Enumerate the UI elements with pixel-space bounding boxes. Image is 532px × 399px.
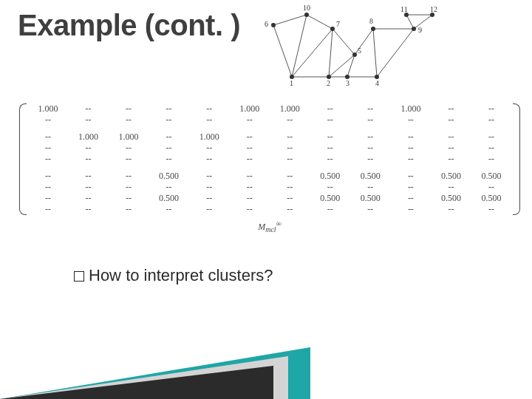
matrix-cell: 0.500 (431, 171, 471, 182)
matrix-cell: -- (28, 143, 69, 154)
matrix-cell: 1.000 (189, 132, 230, 143)
matrix-cell: -- (310, 204, 351, 215)
matrix-cell: -- (28, 171, 69, 182)
matrix-cell: -- (431, 154, 471, 165)
matrix-cell: 0.500 (310, 193, 351, 204)
matrix-cell: -- (149, 204, 189, 215)
matrix-cell: -- (28, 154, 69, 165)
matrix-cell: -- (270, 143, 310, 154)
matrix-cell: -- (109, 182, 149, 193)
matrix-cell: -- (149, 115, 189, 126)
square-bullet-icon (74, 271, 84, 282)
matrix-cell: -- (391, 132, 432, 143)
matrix-cell: -- (189, 182, 230, 193)
svg-point-19 (271, 23, 276, 27)
matrix-cell: -- (350, 204, 391, 215)
node-label: 11 (400, 5, 408, 13)
matrix-cell: -- (471, 154, 512, 165)
matrix-cell: -- (310, 154, 351, 165)
matrix-cell: -- (229, 115, 270, 126)
matrix-cell: -- (68, 204, 109, 215)
matrix-cell: -- (229, 154, 270, 165)
matrix-cell: -- (109, 204, 149, 215)
matrix-cell: 1.000 (270, 103, 310, 115)
svg-point-28 (412, 27, 416, 31)
matrix-gap (28, 165, 512, 171)
svg-line-16 (406, 15, 414, 29)
matrix-cell: -- (471, 132, 512, 143)
svg-point-20 (304, 13, 309, 17)
matrix-cell: -- (270, 193, 310, 204)
matrix-cell: -- (68, 182, 109, 193)
graph-figure: 6 10 7 1 2 3 4 5 8 9 11 12 (259, 3, 451, 92)
svg-point-26 (352, 52, 357, 57)
matrix-cell: -- (189, 115, 230, 126)
matrix-cell: 0.500 (149, 193, 189, 204)
matrix-cell: 0.500 (350, 193, 391, 204)
matrix-block: 1.000--------1.0001.000----1.000--------… (19, 103, 520, 233)
matrix-cell: -- (391, 154, 432, 165)
matrix-cell: -- (431, 204, 471, 215)
svg-line-13 (373, 29, 377, 77)
svg-line-15 (377, 29, 414, 77)
matrix-cell: 1.000 (229, 103, 270, 115)
matrix-table: 1.000--------1.0001.000----1.000--------… (28, 103, 512, 215)
node-label: 2 (327, 79, 330, 87)
matrix-cell: -- (471, 143, 512, 154)
matrix-cell: -- (28, 204, 69, 215)
page-title: Example (cont. ) (18, 9, 240, 42)
matrix-cell: -- (68, 154, 109, 165)
svg-point-21 (330, 27, 335, 31)
matrix-cell: -- (68, 171, 109, 182)
matrix-cell: 0.500 (149, 171, 189, 182)
matrix-cell: 1.000 (391, 103, 432, 115)
matrix-cell: -- (28, 132, 69, 143)
matrix-cell: -- (310, 143, 351, 154)
matrix-cell: -- (149, 143, 189, 154)
matrix-cell: -- (149, 182, 189, 193)
matrix-cell: -- (229, 204, 270, 215)
matrix-cell: -- (270, 154, 310, 165)
matrix-cell: -- (350, 115, 391, 126)
svg-line-1 (273, 15, 307, 25)
svg-line-2 (292, 15, 307, 77)
matrix-cell: -- (431, 115, 471, 126)
matrix-cell: -- (270, 204, 310, 215)
matrix-cell: -- (68, 143, 109, 154)
node-label: 8 (369, 17, 373, 25)
matrix-cell: -- (270, 182, 310, 193)
matrix-cell: -- (189, 154, 230, 165)
matrix-cell: -- (431, 143, 471, 154)
matrix-cell: 0.500 (471, 193, 512, 204)
matrix-cell: 0.500 (431, 193, 471, 204)
matrix-cell: -- (471, 115, 512, 126)
matrix-cell: -- (350, 143, 391, 154)
matrix-cell: -- (270, 132, 310, 143)
matrix-cell: -- (310, 132, 351, 143)
matrix-cell: -- (149, 132, 189, 143)
matrix-cell: 1.000 (28, 103, 69, 115)
matrix-cell: -- (229, 182, 270, 193)
matrix-cell: 0.500 (310, 171, 351, 182)
matrix-cell: -- (109, 115, 149, 126)
matrix-cell: -- (391, 182, 432, 193)
matrix-cell: -- (109, 193, 149, 204)
matrix-cell: -- (189, 103, 230, 115)
matrix-cell: -- (350, 182, 391, 193)
matrix-cell: 0.500 (471, 171, 512, 182)
svg-marker-33 (0, 366, 273, 399)
matrix-cell: -- (109, 171, 149, 182)
matrix-cell: -- (310, 103, 351, 115)
matrix-cell: -- (391, 171, 432, 182)
svg-marker-32 (0, 356, 288, 399)
matrix-cell: -- (270, 115, 310, 126)
matrix-cell: -- (431, 182, 471, 193)
matrix-cell: -- (391, 115, 432, 126)
matrix-cell: -- (109, 143, 149, 154)
matrix-cell: -- (229, 143, 270, 154)
svg-line-17 (414, 15, 432, 29)
node-label: 3 (346, 79, 349, 87)
matrix-cell: -- (431, 103, 471, 115)
matrix-cell: -- (350, 103, 391, 115)
svg-point-27 (371, 27, 375, 31)
